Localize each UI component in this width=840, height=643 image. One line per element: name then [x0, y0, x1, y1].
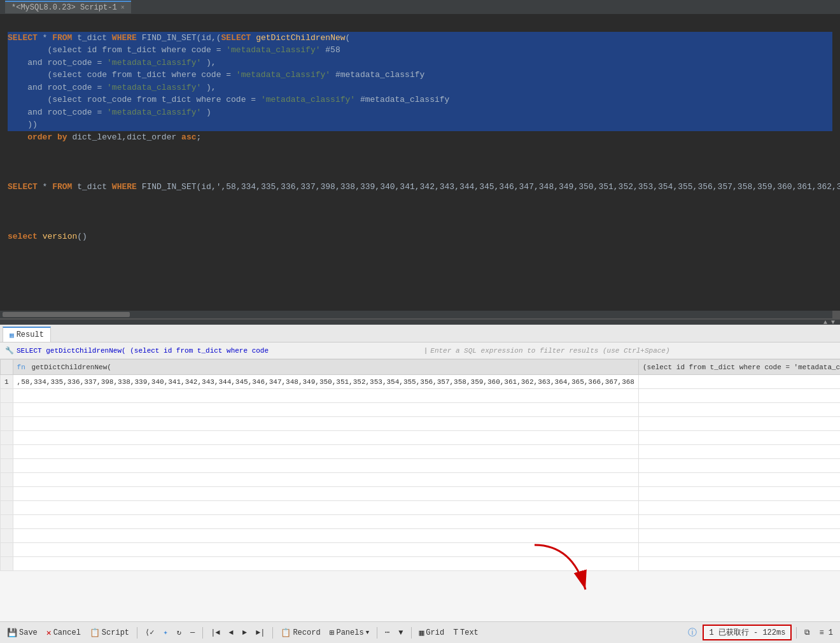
separator-4	[377, 627, 377, 639]
grid-button[interactable]: ▦ Grid	[416, 626, 448, 639]
grid-icon: ▦	[419, 628, 424, 638]
status-text: 1 已获取行 - 122ms	[709, 628, 785, 637]
sql-filter-input[interactable]: Enter a SQL expression to filter results…	[430, 347, 835, 355]
empty-row	[1, 403, 841, 417]
editor-tab[interactable]: *<MySQL8.0.23> Script-1 ×	[5, 1, 131, 13]
window-restore-button[interactable]: ⧉	[801, 627, 813, 639]
bottom-toolbar: 💾 Save ✕ Cancel 📋 Script ⟨✓ ✦ ↻ — |◄	[0, 621, 840, 643]
text-label: Text	[460, 628, 479, 637]
table-header-row: fn getDictChildrenNew( (select id from t…	[1, 360, 841, 375]
more-options-icon: ⋯	[385, 628, 389, 637]
result-table: fn getDictChildrenNew( (select id from t…	[0, 359, 840, 571]
nav-first-icon: ⟨✓	[145, 628, 154, 637]
record-icon: 📋	[281, 628, 291, 638]
empty-row	[1, 515, 841, 529]
text-icon: T	[453, 628, 458, 637]
resize-handle[interactable]: ▲ ▼	[0, 320, 840, 325]
separator-5	[411, 627, 412, 639]
script-button[interactable]: 📋 Script	[87, 626, 132, 639]
code-content[interactable]: SELECT * FROM t_dict WHERE FIND_IN_SET(i…	[0, 14, 840, 272]
nav-add-button[interactable]: ✦	[160, 626, 171, 639]
editor-area[interactable]: SELECT * FROM t_dict WHERE FIND_IN_SET(i…	[0, 14, 840, 320]
code-line-9: order by dict_level,dict_order asc;	[8, 131, 832, 144]
row-cell-2	[638, 375, 840, 389]
window-count-icon: ≡ 1	[819, 628, 833, 637]
panels-icon: ⊞	[330, 628, 335, 638]
separator-2	[202, 627, 203, 639]
sql-filter-text: SELECT getDictChildrenNew( (select id fr…	[17, 347, 421, 355]
code-line-7: and root_code = 'metadata_classify' )	[8, 106, 832, 119]
row-num-header	[1, 360, 13, 375]
code-line-3: and root_code = 'metadata_classify' ),	[8, 57, 832, 69]
close-icon[interactable]: ×	[121, 4, 125, 11]
nav-start-button[interactable]: |◄	[207, 627, 223, 639]
nav-first-button[interactable]: ⟨✓	[142, 626, 157, 639]
cancel-label: Cancel	[53, 628, 81, 637]
text-button[interactable]: T Text	[450, 626, 482, 639]
info-button[interactable]: ⓘ	[685, 626, 700, 640]
row-number: 1	[1, 375, 13, 389]
col-fn-icon: fn	[17, 364, 25, 371]
empty-row	[1, 487, 841, 501]
code-line-1: SELECT * FROM t_dict WHERE FIND_IN_SET(i…	[8, 32, 832, 45]
empty-row	[1, 459, 841, 473]
nav-refresh-button[interactable]: ↻	[174, 626, 185, 639]
filter-icon: 🔧	[5, 346, 14, 355]
row-cell-1: ,58,334,335,336,337,398,338,339,340,341,…	[13, 375, 638, 389]
code-line-6: (select root_code from t_dict where code…	[8, 94, 832, 106]
title-bar: *<MySQL8.0.23> Script-1 ×	[0, 0, 840, 14]
empty-row	[1, 557, 841, 571]
code-line-12	[8, 206, 832, 218]
more-options-button[interactable]: ⋯	[382, 626, 393, 639]
panels-dropdown-icon: ▼	[366, 630, 369, 636]
nav-next-button[interactable]: ►	[239, 627, 250, 639]
col-header-1: fn getDictChildrenNew(	[13, 360, 638, 375]
nav-end-icon: ►|	[256, 628, 265, 637]
code-line-11: SELECT * FROM t_dict WHERE FIND_IN_SET(i…	[8, 181, 832, 194]
save-button[interactable]: 💾 Save	[4, 626, 41, 639]
code-line-13: select version()	[8, 230, 832, 243]
nav-delete-button[interactable]: —	[187, 627, 198, 639]
code-line-2: (select id from t_dict where code = 'met…	[8, 44, 832, 57]
cancel-button[interactable]: ✕ Cancel	[43, 626, 84, 639]
separator-1	[137, 627, 137, 639]
empty-row	[1, 543, 841, 557]
info-icon: ⓘ	[688, 627, 697, 639]
record-label: Record	[293, 628, 320, 637]
result-table-container[interactable]: fn getDictChildrenNew( (select id from t…	[0, 359, 840, 643]
code-line-5: and root_code = 'metadata_classify' ),	[8, 81, 832, 94]
result-panel: ▦ Result 🔧 SELECT getDictChildrenNew( (s…	[0, 325, 840, 643]
window-restore-icon: ⧉	[804, 628, 810, 637]
more-arrow-icon: ▼	[398, 628, 403, 637]
editor-scrollbar-thumb[interactable]	[3, 312, 130, 317]
nav-prev-icon: ◄	[229, 628, 234, 637]
record-button[interactable]: 📋 Record	[277, 626, 323, 639]
grid-label: Grid	[426, 628, 444, 637]
panels-button[interactable]: ⊞ Panels ▼	[326, 626, 372, 639]
result-tbody: 1 ,58,334,335,336,337,398,338,339,340,34…	[1, 375, 841, 571]
empty-row	[1, 431, 841, 445]
empty-row	[1, 473, 841, 487]
tab-label: *<MySQL8.0.23> Script-1	[11, 3, 117, 12]
editor-scrollbar[interactable]	[0, 311, 840, 318]
empty-row	[1, 417, 841, 431]
cancel-icon: ✕	[46, 628, 52, 638]
window-count-button[interactable]: ≡ 1	[816, 627, 836, 639]
save-icon: 💾	[7, 628, 17, 638]
code-line-8: ))	[8, 118, 832, 131]
nav-prev-button[interactable]: ◄	[226, 627, 237, 639]
nav-end-button[interactable]: ►|	[253, 627, 268, 639]
nav-add-icon: ✦	[164, 628, 168, 637]
separator-3	[272, 627, 273, 639]
code-line-10	[8, 156, 832, 169]
result-tab-grid-icon: ▦	[10, 331, 14, 339]
empty-row	[1, 501, 841, 515]
result-tab[interactable]: ▦ Result	[3, 327, 51, 342]
nav-refresh-icon: ↻	[177, 628, 181, 637]
more-arrow-button[interactable]: ▼	[395, 627, 406, 639]
nav-start-icon: |◄	[211, 628, 220, 637]
empty-row	[1, 389, 841, 403]
col-header-2: (select id from t_dict where code = 'met…	[638, 360, 840, 375]
empty-row	[1, 445, 841, 459]
script-icon: 📋	[90, 628, 100, 638]
